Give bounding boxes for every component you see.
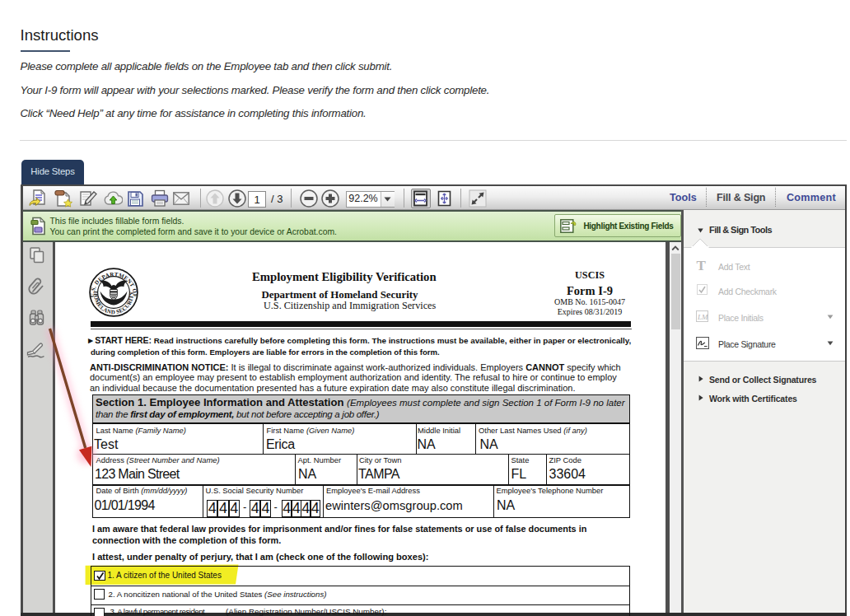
svg-text:LM: LM — [697, 313, 708, 321]
